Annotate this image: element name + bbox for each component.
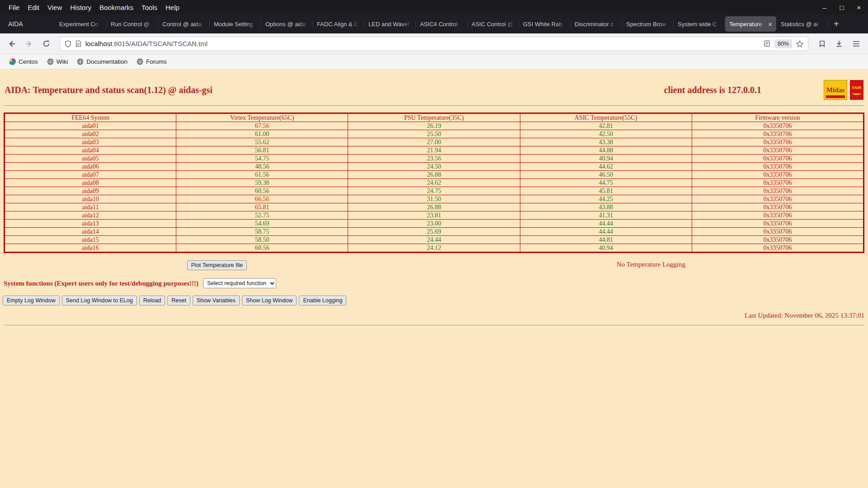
tab-led-and-wavef[interactable]: LED and Wavef [364, 16, 415, 32]
asic-temp: 45.81 [520, 187, 692, 195]
tab-discriminator-c[interactable]: Discriminator c [571, 16, 622, 32]
fee64-name: aida04 [5, 146, 176, 155]
url-bar[interactable]: localhost:8015/AIDA/TSCAN/TSCAN.tml 80% [60, 37, 808, 51]
tab-asic-control[interactable]: ASIC Control @ [467, 16, 519, 32]
tab-gsi-white-rab[interactable]: GSI White Rab [519, 16, 570, 32]
menu-help[interactable]: Help [161, 2, 184, 13]
asic-temp: 46.50 [520, 171, 692, 179]
table-row: aida0261.0025.5042.500x3350706 [5, 130, 864, 138]
system-functions-row: System functions (Expert users only for … [0, 278, 868, 288]
save-to-pocket-button[interactable] [815, 37, 829, 51]
menu-hamburger-button[interactable] [849, 37, 863, 51]
tab-asic4-control[interactable]: ASIC4 Control [416, 16, 467, 32]
globe-icon [77, 58, 84, 65]
menu-file[interactable]: File [5, 2, 24, 13]
reader-mode-icon[interactable] [764, 40, 770, 47]
tab-experiment-co[interactable]: Experiment Co [55, 16, 106, 32]
footer-divider [4, 325, 864, 326]
close-icon[interactable]: × [855, 4, 863, 11]
menu-tools[interactable]: Tools [137, 2, 161, 13]
back-button[interactable] [5, 37, 19, 51]
virtex-temp: 48.56 [176, 163, 348, 171]
virtex-temp: 58.75 [176, 228, 348, 236]
table-row: aida1558.5024.4444.810x3350706 [5, 236, 864, 244]
page-title: AIDA: Temperature and status scan(1.12) … [5, 85, 212, 95]
tab-module-setting[interactable]: Module Setting [210, 16, 261, 32]
bookmark-forums[interactable]: Forums [133, 56, 170, 67]
firmware-version: 0x3350706 [692, 171, 863, 179]
downloads-button[interactable] [832, 37, 846, 51]
system-function-select[interactable]: Select required function [203, 278, 276, 288]
forward-icon [25, 40, 33, 48]
show-variables-button[interactable]: Show Variables [193, 296, 240, 305]
reload-button[interactable]: Reload [139, 296, 165, 305]
psu-temp: 24.50 [348, 163, 520, 171]
url-host: localhost [85, 40, 112, 47]
bookmarks-toolbar: CentosWikiDocumentationForums [0, 54, 868, 69]
menu-history[interactable]: History [66, 2, 95, 13]
bookmark-star-icon[interactable] [796, 40, 803, 47]
table-row: aida1458.7525.6944.440x3350706 [5, 228, 864, 236]
virtex-temp: 56.81 [176, 146, 348, 155]
tab-statistics-ai[interactable]: Statistics @ ai [777, 16, 828, 32]
table-row: aida0554.7523.5640.940x3350706 [5, 155, 864, 163]
table-row: aida0355.6227.0043.380x3350706 [5, 138, 864, 146]
reload-button[interactable] [39, 37, 53, 51]
maximize-icon[interactable]: □ [838, 4, 845, 11]
tab-fadc-align-c[interactable]: FADC Align & C [313, 16, 364, 32]
psu-temp: 25.69 [348, 228, 520, 236]
plot-temperature-button[interactable]: Plot Temperature file [187, 260, 247, 270]
menu-edit[interactable]: Edit [24, 2, 43, 13]
psu-temp: 23.00 [348, 220, 520, 228]
menu-bookmarks[interactable]: Bookmarks [95, 2, 137, 13]
reset-button[interactable]: Reset [167, 296, 190, 305]
url-text[interactable]: localhost:8015/AIDA/TSCAN/TSCAN.tml [85, 40, 760, 47]
new-tab-button[interactable]: + [828, 19, 844, 29]
bookmark-label: Forums [146, 58, 167, 65]
tab-label: Options @ aida [265, 21, 308, 28]
tab-run-control[interactable]: Run Control @ [107, 16, 158, 32]
shield-icon [65, 40, 71, 47]
window-controls: – □ × [821, 0, 863, 14]
fee64-name: aida02 [5, 130, 176, 138]
download-icon [835, 40, 843, 47]
fee64-name: aida08 [5, 179, 176, 187]
globe-icon [47, 58, 54, 65]
tab-label: Discriminator c [575, 21, 618, 28]
tab-options-aida[interactable]: Options @ aida [261, 16, 312, 32]
virtex-temp: 52.75 [176, 211, 348, 220]
pocket-icon [819, 40, 826, 47]
globe-icon [77, 58, 84, 65]
firmware-version: 0x3350706 [692, 138, 863, 146]
fair-logo: FAIR [850, 80, 863, 100]
tab-close-icon[interactable]: × [768, 21, 772, 28]
empty-log-window-button[interactable]: Empty Log Window [3, 296, 60, 305]
forward-button[interactable] [22, 37, 36, 51]
show-log-window-button[interactable]: Show Log Window [242, 296, 297, 305]
table-header-row: FEE64 SystemVirtex Temperature(65C)PSU T… [5, 113, 864, 122]
bookmark-label: Documentation [86, 58, 127, 65]
minimize-icon[interactable]: – [821, 4, 828, 11]
menu-view[interactable]: View [43, 2, 66, 13]
bookmark-wiki[interactable]: Wiki [43, 56, 72, 67]
tab-label: Temperature [729, 21, 766, 28]
tab-temperature[interactable]: Temperature× [725, 16, 776, 32]
tab-control-aida[interactable]: Control @ aida [158, 16, 209, 32]
enable-logging-button[interactable]: Enable Logging [299, 296, 346, 305]
fee64-name: aida03 [5, 138, 176, 146]
bookmark-centos[interactable]: Centos [5, 56, 42, 67]
send-log-window-to-elog-button[interactable]: Send Log Window to ELog [62, 296, 137, 305]
psu-temp: 24.44 [348, 236, 520, 244]
tab-system-wide-c[interactable]: System wide C [674, 16, 725, 32]
bookmark-documentation[interactable]: Documentation [73, 56, 131, 67]
psu-temp: 23.56 [348, 155, 520, 163]
firmware-version: 0x3350706 [692, 236, 863, 244]
table-row: aida0761.5626.8846.500x3350706 [5, 171, 864, 179]
table-row: aida0648.5624.5044.620x3350706 [5, 163, 864, 171]
zoom-indicator[interactable]: 80% [774, 39, 792, 48]
tab-spectrum-brow[interactable]: Spectrum Brow [622, 16, 673, 32]
firmware-version: 0x3350706 [692, 211, 863, 220]
tab-label: Statistics @ ai [781, 21, 824, 28]
firmware-version: 0x3350706 [692, 228, 863, 236]
temperature-table: FEE64 SystemVirtex Temperature(65C)PSU T… [4, 113, 864, 253]
